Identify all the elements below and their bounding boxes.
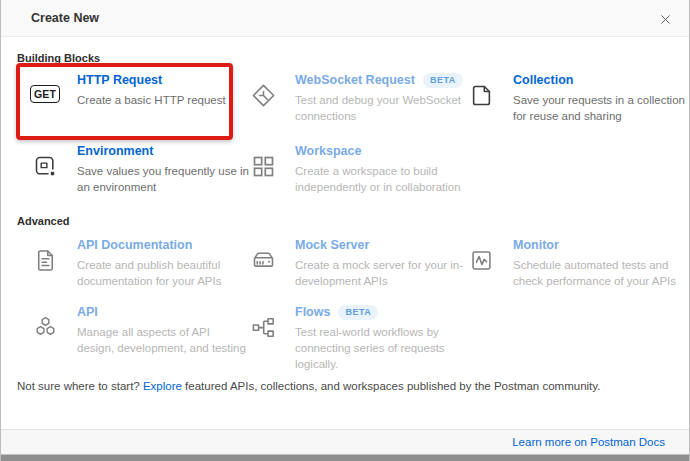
monitor-icon [465,247,497,274]
description-line: connecting series of requests [295,340,445,356]
close-icon [658,12,673,27]
item-title: API [77,304,98,321]
description-line: Test and debug your WebSocket [295,92,463,108]
item-title: API Documentation [77,237,192,254]
collection-icon [465,82,497,109]
item-api[interactable]: API Manage all aspects of API design, de… [29,304,246,356]
description-line: Create a mock server for your in- [295,257,463,273]
item-mock-server[interactable]: Mock Server Create a mock server for you… [247,237,463,289]
note-prefix: Not sure where to start? [17,380,143,392]
description-line: Schedule automated tests and [513,257,676,273]
item-description: Save values you frequently use in an env… [77,163,249,195]
item-description: Test real-world workflows by connecting … [295,324,445,372]
item-flows[interactable]: Flows BETA Test real-world workflows by … [247,304,445,372]
description-line: Create a workspace to build [295,163,461,179]
environment-icon [29,153,61,180]
dialog-header: Create New [1,0,689,37]
section-advanced: Advanced [17,215,70,227]
item-title: Mock Server [295,237,369,254]
websocket-icon [247,82,279,109]
explore-note: Not sure where to start? Explore feature… [17,380,600,392]
workspace-icon [247,153,279,180]
item-description: Save your requests in a collection for r… [513,92,685,124]
description-line: Test real-world workflows by [295,324,445,340]
item-websocket-request[interactable]: WebSocket Request BETA Test and debug yo… [247,72,463,124]
explore-link[interactable]: Explore [143,380,182,392]
window-edge [1,454,689,461]
description-line: independently or in collaboration [295,179,461,195]
description-line: Save values you frequently use in [77,163,249,179]
item-environment[interactable]: Environment Save values you frequently u… [29,143,249,195]
item-description: Schedule automated tests and check perfo… [513,257,676,289]
item-title: Workspace [295,143,361,160]
mock-server-icon [247,247,279,274]
description-line: Save your requests in a collection [513,92,685,108]
api-documentation-icon [29,247,61,274]
api-icon [29,314,61,341]
item-collection[interactable]: Collection Save your requests in a colle… [465,72,685,124]
description-line: Manage all aspects of API [77,324,246,340]
item-title: Environment [77,143,153,160]
item-title: Monitor [513,237,559,254]
item-title: HTTP Request [77,72,162,89]
item-description: Create a workspace to build independentl… [295,163,461,195]
description-line: connections [295,108,463,124]
description-line: an environment [77,179,249,195]
flows-icon [247,314,279,341]
description-line: Create a basic HTTP request [77,92,226,108]
learn-more-link[interactable]: Learn more on Postman Docs [512,436,665,448]
description-line: for reuse and sharing [513,108,685,124]
item-title: Flows [295,304,330,321]
create-new-dialog: Create New Building Blocks Advanced GET … [0,0,690,461]
dialog-footer: Learn more on Postman Docs [1,429,689,454]
beta-badge: BETA [423,73,463,88]
item-monitor[interactable]: Monitor Schedule automated tests and che… [465,237,676,289]
item-description: Create and publish beautiful documentati… [77,257,221,289]
item-api-documentation[interactable]: API Documentation Create and publish bea… [29,237,221,289]
get-method-icon: GET [29,85,61,103]
description-line: design, development, and testing [77,340,246,356]
description-line: Create and publish beautiful [77,257,221,273]
dialog-title: Create New [31,11,99,25]
item-title: WebSocket Request [295,72,415,89]
close-button[interactable] [655,9,675,29]
item-description: Create a mock server for your in- develo… [295,257,463,289]
item-title: Collection [513,72,573,89]
item-workspace[interactable]: Workspace Create a workspace to build in… [247,143,461,195]
note-suffix: featured APIs, collections, and workspac… [182,380,600,392]
description-line: development APIs [295,273,463,289]
item-description: Create a basic HTTP request [77,92,226,108]
item-description: Manage all aspects of API design, develo… [77,324,246,356]
item-description: Test and debug your WebSocket connection… [295,92,463,124]
description-line: documentation for your APIs [77,273,221,289]
section-building-blocks: Building Blocks [17,52,100,64]
description-line: logically. [295,356,445,372]
beta-badge: BETA [338,305,378,320]
description-line: check performance of your APIs [513,273,676,289]
item-http-request[interactable]: GET HTTP Request Create a basic HTTP req… [29,72,226,108]
